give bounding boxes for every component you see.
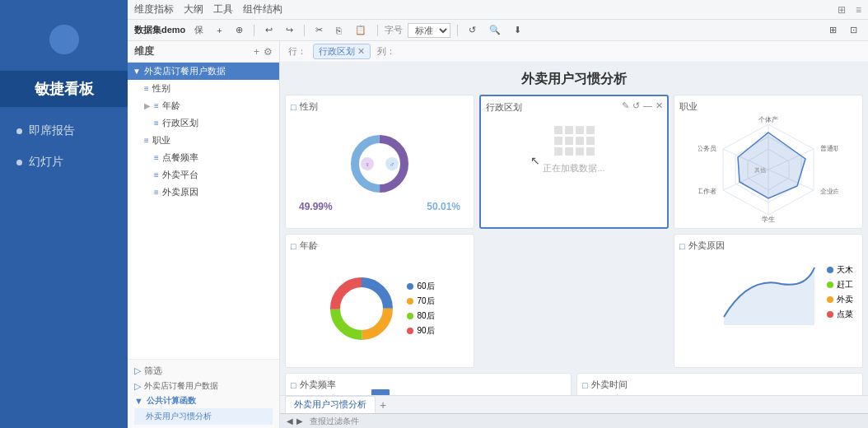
cursor-indicator: ↖ <box>530 154 540 167</box>
loading-grid <box>554 126 595 156</box>
tree-item-admin[interactable]: ≡ 行政区划 <box>128 114 279 132</box>
toolbar-export[interactable]: ⬇ <box>510 24 525 36</box>
tree-footer-dataset[interactable]: ▷ 外卖店订餐用户数据 <box>134 379 273 393</box>
tab-analysis[interactable]: 外卖用户习惯分析 <box>285 396 376 413</box>
admin-edit-icon[interactable]: ✎ <box>622 100 629 111</box>
tree-item-age[interactable]: ▶ ≡ 年龄 <box>128 97 279 114</box>
svg-text:其他: 其他 <box>754 167 766 174</box>
radar-svg: 个体产 普通职员 企业白领 学生 新兴工作者 公务员 其他 <box>698 116 838 223</box>
toolbar-search[interactable]: 🔍 <box>485 24 505 36</box>
y-axis-time: 25000000 20000000 15000000 10000000 5000… <box>582 394 614 395</box>
sidebar-active-dashboard[interactable]: 敏捷看板 <box>0 71 128 107</box>
dataset-label: 数据集demo <box>134 24 185 36</box>
age-title-icon: □ <box>291 241 296 251</box>
sep2 <box>304 25 305 36</box>
occupation-card: 职业 <box>674 95 863 229</box>
tree-icon-add[interactable]: + <box>254 46 259 58</box>
filter-text: 查报过滤条件 <box>310 416 359 427</box>
toolbar-save[interactable]: 保 <box>190 23 208 37</box>
gender-donut-svg: ♀ ♂ <box>338 127 421 201</box>
filter-col-label: 列： <box>377 45 395 58</box>
filter-remove[interactable]: ✕ <box>357 46 365 57</box>
sidebar-item-adhoc[interactable]: 即席报告 <box>0 115 128 147</box>
tree-item-job[interactable]: ≡ 职业 <box>128 132 279 149</box>
filter-row-tag[interactable]: 行政区划 ✕ <box>313 44 371 59</box>
toolbar-layout1[interactable]: ⊞ <box>825 24 841 36</box>
legend-60s: 60后 <box>407 281 434 292</box>
legend-dot-waimai <box>827 296 833 303</box>
frequency-card: □ 外卖频率 100000000 80000000 60000000 40000… <box>285 373 572 395</box>
gender-title: □ 性别 <box>291 100 469 113</box>
age-chart: 60后 70后 80后 <box>291 255 469 362</box>
tab-bar: 外卖用户习惯分析 + <box>280 395 868 413</box>
menu-icon-grid[interactable]: ⊞ <box>838 4 846 16</box>
tree-footer-funcs[interactable]: ▼ 公共计算函数 <box>134 393 273 408</box>
admin-more-icon[interactable]: — <box>643 100 652 111</box>
dashboard-area: 行： 行政区划 ✕ 列： 外卖用户习惯分析 □ 性别 <box>280 41 868 428</box>
tree-footer-filter[interactable]: ▷ 筛选 <box>134 363 273 379</box>
delivery-reason-card: □ 外卖原因 天木 <box>674 234 863 368</box>
tree-icon-platform: ≡ <box>154 170 159 179</box>
font-size-select[interactable]: 标准 <box>408 23 450 38</box>
toolbar-layout2[interactable]: ⊡ <box>846 24 861 36</box>
age-donut-svg <box>324 272 399 346</box>
reason-svg <box>716 259 823 325</box>
tree-icon-settings[interactable]: ⚙ <box>264 46 273 58</box>
admin-refresh-icon[interactable]: ↺ <box>632 100 640 111</box>
legend-dot-80s <box>407 313 413 319</box>
toolbar-refresh[interactable]: ↺ <box>464 24 480 36</box>
page-next[interactable]: ▶ <box>296 416 303 426</box>
toolbar-copy[interactable]: ⎘ <box>332 25 346 36</box>
tree-item-gender[interactable]: ≡ 性别 <box>128 80 279 97</box>
tree-icon-gender: ≡ <box>144 84 149 93</box>
tab-add-btn[interactable]: + <box>376 398 390 412</box>
content-area: 维度 + ⚙ ▼ 外卖店订餐用户数据 ≡ 性别 ▶ ≡ <box>128 41 868 428</box>
reason-title-icon: □ <box>679 241 685 251</box>
admin-region-card: 行政区划 ✎ ↺ — ✕ ↖ <box>479 95 669 229</box>
menu-icon-list[interactable]: ≡ <box>856 4 861 16</box>
avatar <box>49 25 79 54</box>
svg-text:个体产: 个体产 <box>758 116 778 123</box>
menu-components[interactable]: 组件结构 <box>243 2 282 16</box>
tree-icon-job: ≡ <box>144 136 149 145</box>
legend-ganzong: 赶工 <box>827 279 853 291</box>
time-title: □ 外卖时间 <box>582 379 857 391</box>
male-pct: 50.01% <box>427 201 460 212</box>
legend-dot-ganzong <box>827 281 833 288</box>
toolbar-paste[interactable]: 📋 <box>351 24 371 36</box>
female-pct: 49.99% <box>299 201 333 212</box>
tree-footer-extra[interactable]: 外卖用户习惯分析 <box>134 408 273 425</box>
reason-legend: 天木 赶工 外卖 <box>827 264 853 320</box>
loading-area: 正在加载数据... <box>486 117 662 183</box>
tree-group-header[interactable]: ▼ 外卖店订餐用户数据 <box>128 63 279 80</box>
admin-close-icon[interactable]: ✕ <box>656 100 663 111</box>
toolbar-cut[interactable]: ✂ <box>311 24 327 36</box>
nav-dot <box>16 128 22 134</box>
toolbar-undo[interactable]: ↩ <box>261 24 277 36</box>
svg-text:公务员: 公务员 <box>698 145 716 152</box>
tree-body: ▼ 外卖店订餐用户数据 ≡ 性别 ▶ ≡ 年龄 ≡ 行政区划 ≡ <box>128 63 279 359</box>
filter-bar: 行： 行政区划 ✕ 列： <box>280 41 868 63</box>
bottom-row: □ 外卖频率 100000000 80000000 60000000 40000… <box>285 373 863 395</box>
toolbar-redo[interactable]: ↪ <box>282 24 297 36</box>
menu-tools[interactable]: 工具 <box>213 2 233 16</box>
sidebar-item-slides[interactable]: 幻灯片 <box>0 147 128 178</box>
tree-icon-age: ≡ <box>154 101 159 110</box>
legend-waimai: 外卖 <box>827 294 853 305</box>
tree-item-freq[interactable]: ≡ 点餐频率 <box>128 149 279 166</box>
legend-dot-tianmu <box>827 267 833 273</box>
legend-tianmu: 天木 <box>827 264 853 276</box>
menu-outline[interactable]: 大纲 <box>184 2 203 16</box>
legend-dot-60s <box>407 283 413 290</box>
bar-1-3: 每周1-3次 <box>364 389 397 395</box>
tree-item-reason[interactable]: ≡ 外卖原因 <box>128 184 279 201</box>
menu-dimensions[interactable]: 维度指标 <box>134 2 174 16</box>
page-prev[interactable]: ◀ <box>287 416 293 426</box>
toolbar-add[interactable]: + <box>212 25 226 36</box>
filter-icon: ▷ <box>134 365 141 376</box>
svg-text:♂: ♂ <box>390 160 395 169</box>
toolbar-query[interactable]: ⊕ <box>231 24 247 36</box>
dashboard-content: 外卖用户习惯分析 □ 性别 <box>280 63 868 395</box>
tree-item-platform[interactable]: ≡ 外卖平台 <box>128 166 279 184</box>
svg-marker-12 <box>738 133 805 198</box>
